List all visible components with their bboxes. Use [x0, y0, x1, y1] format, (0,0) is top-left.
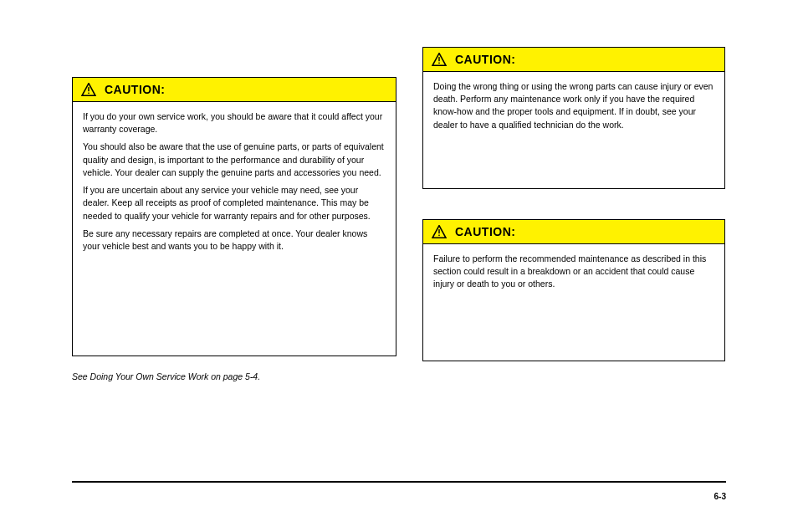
caution-header: CAUTION:: [73, 78, 396, 102]
caution-text: Be sure any necessary repairs are comple…: [83, 228, 386, 253]
caution-body: Doing the wrong thing or using the wrong…: [423, 72, 724, 140]
caution-box-2: CAUTION: Doing the wrong thing or using …: [422, 47, 725, 189]
svg-rect-3: [438, 63, 439, 64]
caution-text: You should also be aware that the use of…: [83, 141, 386, 179]
footnote-text: See Doing Your Own Service Work on page …: [72, 371, 260, 381]
manual-page: CAUTION: If you do your own service work…: [0, 0, 798, 532]
warning-triangle-icon: [432, 225, 447, 238]
svg-rect-4: [438, 229, 439, 233]
svg-rect-2: [438, 57, 439, 61]
svg-rect-1: [88, 93, 89, 94]
caution-text: If you do your own service work, you sho…: [83, 110, 386, 136]
caution-body: If you do your own service work, you sho…: [73, 102, 396, 261]
caution-header: CAUTION:: [423, 48, 724, 72]
caution-box-1: CAUTION: If you do your own service work…: [72, 77, 396, 356]
caution-title: CAUTION:: [455, 53, 515, 66]
caution-title: CAUTION:: [105, 83, 165, 96]
caution-text: Doing the wrong thing or using the wrong…: [433, 80, 714, 131]
warning-triangle-icon: [432, 53, 447, 66]
caution-body: Failure to perform the recommended maint…: [423, 244, 724, 299]
page-number: 6-3: [714, 492, 726, 501]
warning-triangle-icon: [81, 83, 96, 96]
caution-box-3: CAUTION: Failure to perform the recommen…: [422, 219, 725, 361]
page-divider: [72, 481, 726, 483]
caution-title: CAUTION:: [455, 225, 515, 238]
caution-text: If you are uncertain about any service y…: [83, 184, 386, 223]
svg-rect-0: [88, 87, 89, 91]
caution-header: CAUTION:: [423, 220, 724, 244]
caution-text: Failure to perform the recommended maint…: [433, 253, 714, 291]
svg-rect-5: [438, 235, 439, 236]
